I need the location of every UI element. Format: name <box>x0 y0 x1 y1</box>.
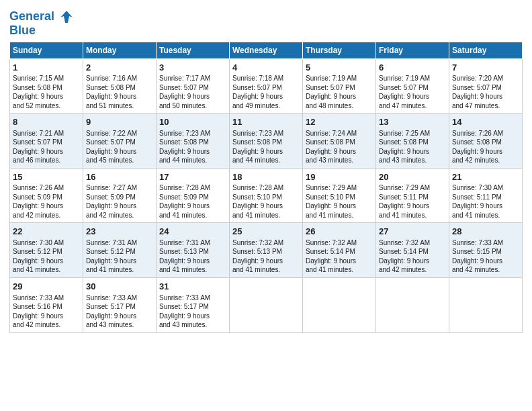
logo-blue: Blue <box>9 24 74 38</box>
week-row-4: 22Sunrise: 7:30 AMSunset: 5:12 PMDayligh… <box>10 223 523 278</box>
logo-text: General Blue <box>9 9 74 38</box>
day-number: 24 <box>159 226 226 238</box>
header-day-sunday: Sunday <box>10 42 83 58</box>
day-number: 5 <box>306 62 373 74</box>
calendar-cell: 27Sunrise: 7:32 AMSunset: 5:14 PMDayligh… <box>376 223 449 278</box>
week-row-3: 15Sunrise: 7:26 AMSunset: 5:09 PMDayligh… <box>10 168 523 223</box>
calendar-cell: 28Sunrise: 7:33 AMSunset: 5:15 PMDayligh… <box>449 223 523 278</box>
calendar-cell: 31Sunrise: 7:33 AMSunset: 5:17 PMDayligh… <box>157 277 230 332</box>
calendar-cell: 26Sunrise: 7:32 AMSunset: 5:14 PMDayligh… <box>303 223 376 278</box>
day-number: 12 <box>306 116 373 128</box>
calendar-cell: 10Sunrise: 7:23 AMSunset: 5:08 PMDayligh… <box>157 113 230 169</box>
week-row-2: 8Sunrise: 7:21 AMSunset: 5:07 PMDaylight… <box>10 113 523 169</box>
day-number: 16 <box>86 171 153 183</box>
header-day-wednesday: Wednesday <box>230 42 303 58</box>
day-number: 18 <box>232 171 300 183</box>
calendar-cell: 24Sunrise: 7:31 AMSunset: 5:13 PMDayligh… <box>157 223 230 278</box>
calendar-cell: 5Sunrise: 7:19 AMSunset: 5:07 PMDaylight… <box>303 58 376 113</box>
calendar-cell: 21Sunrise: 7:30 AMSunset: 5:11 PMDayligh… <box>449 168 523 223</box>
header-day-monday: Monday <box>83 42 157 58</box>
calendar-cell: 22Sunrise: 7:30 AMSunset: 5:12 PMDayligh… <box>10 223 83 278</box>
calendar-cell: 4Sunrise: 7:18 AMSunset: 5:07 PMDaylight… <box>230 58 303 113</box>
day-number: 31 <box>159 281 226 293</box>
header-day-thursday: Thursday <box>303 42 376 58</box>
calendar-cell: 15Sunrise: 7:26 AMSunset: 5:09 PMDayligh… <box>10 168 83 223</box>
calendar-cell: 3Sunrise: 7:17 AMSunset: 5:07 PMDaylight… <box>157 58 230 113</box>
calendar-cell <box>303 277 376 332</box>
week-row-1: 1Sunrise: 7:15 AMSunset: 5:08 PMDaylight… <box>10 58 523 113</box>
day-number: 22 <box>13 226 80 238</box>
logo-general: General <box>9 9 54 23</box>
logo: General Blue <box>9 9 74 38</box>
header-day-friday: Friday <box>376 42 449 58</box>
day-number: 29 <box>13 281 80 293</box>
day-number: 10 <box>159 116 226 128</box>
calendar-page: General Blue SundayMondayTuesdayWednesda… <box>0 0 532 411</box>
calendar-cell: 18Sunrise: 7:28 AMSunset: 5:10 PMDayligh… <box>230 168 303 223</box>
day-number: 28 <box>452 226 519 238</box>
day-number: 14 <box>452 116 519 128</box>
calendar-cell <box>449 277 523 332</box>
calendar-cell <box>230 277 303 332</box>
day-number: 23 <box>86 226 153 238</box>
calendar-cell: 23Sunrise: 7:31 AMSunset: 5:12 PMDayligh… <box>83 223 157 278</box>
day-number: 8 <box>13 116 80 128</box>
day-number: 26 <box>306 226 373 238</box>
calendar-cell: 29Sunrise: 7:33 AMSunset: 5:16 PMDayligh… <box>10 277 83 332</box>
calendar-cell: 8Sunrise: 7:21 AMSunset: 5:07 PMDaylight… <box>10 113 83 169</box>
day-number: 1 <box>13 62 80 74</box>
day-number: 13 <box>379 116 446 128</box>
calendar-cell: 30Sunrise: 7:33 AMSunset: 5:17 PMDayligh… <box>83 277 157 332</box>
header-day-tuesday: Tuesday <box>157 42 230 58</box>
day-number: 2 <box>86 62 153 74</box>
calendar-cell: 20Sunrise: 7:29 AMSunset: 5:11 PMDayligh… <box>376 168 449 223</box>
calendar-cell: 12Sunrise: 7:24 AMSunset: 5:08 PMDayligh… <box>303 113 376 169</box>
calendar-cell: 9Sunrise: 7:22 AMSunset: 5:07 PMDaylight… <box>83 113 157 169</box>
day-number: 15 <box>13 171 80 183</box>
day-number: 30 <box>86 281 153 293</box>
day-number: 27 <box>379 226 446 238</box>
calendar-cell: 17Sunrise: 7:28 AMSunset: 5:09 PMDayligh… <box>157 168 230 223</box>
calendar-cell: 13Sunrise: 7:25 AMSunset: 5:08 PMDayligh… <box>376 113 449 169</box>
calendar-cell: 2Sunrise: 7:16 AMSunset: 5:08 PMDaylight… <box>83 58 157 113</box>
calendar-cell: 19Sunrise: 7:29 AMSunset: 5:10 PMDayligh… <box>303 168 376 223</box>
svg-marker-0 <box>60 11 73 23</box>
calendar-cell: 7Sunrise: 7:20 AMSunset: 5:07 PMDaylight… <box>449 58 523 113</box>
day-number: 19 <box>306 171 373 183</box>
calendar-table: SundayMondayTuesdayWednesdayThursdayFrid… <box>9 42 523 333</box>
day-number: 17 <box>159 171 226 183</box>
calendar-header-row: SundayMondayTuesdayWednesdayThursdayFrid… <box>10 42 523 58</box>
day-number: 25 <box>232 226 300 238</box>
calendar-cell: 25Sunrise: 7:32 AMSunset: 5:13 PMDayligh… <box>230 223 303 278</box>
day-number: 11 <box>232 116 300 128</box>
day-number: 20 <box>379 171 446 183</box>
header-day-saturday: Saturday <box>449 42 523 58</box>
day-number: 9 <box>86 116 153 128</box>
day-number: 6 <box>379 62 446 74</box>
day-number: 4 <box>232 62 300 74</box>
calendar-cell: 1Sunrise: 7:15 AMSunset: 5:08 PMDaylight… <box>10 58 83 113</box>
day-number: 3 <box>159 62 226 74</box>
calendar-cell <box>376 277 449 332</box>
day-number: 7 <box>452 62 519 74</box>
day-number: 21 <box>452 171 519 183</box>
week-row-5: 29Sunrise: 7:33 AMSunset: 5:16 PMDayligh… <box>10 277 523 332</box>
logo-bird-icon <box>59 9 74 24</box>
calendar-cell: 14Sunrise: 7:26 AMSunset: 5:08 PMDayligh… <box>449 113 523 169</box>
calendar-cell: 11Sunrise: 7:23 AMSunset: 5:08 PMDayligh… <box>230 113 303 169</box>
calendar-cell: 16Sunrise: 7:27 AMSunset: 5:09 PMDayligh… <box>83 168 157 223</box>
calendar-cell: 6Sunrise: 7:19 AMSunset: 5:07 PMDaylight… <box>376 58 449 113</box>
header: General Blue <box>9 7 523 38</box>
